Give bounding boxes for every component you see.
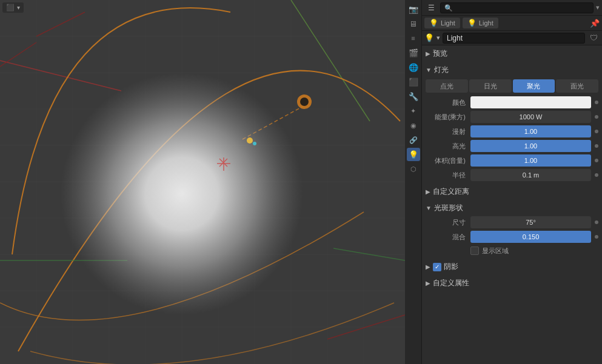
size-row: 尺寸 75° [422, 215, 602, 230]
spot-shape-header[interactable]: ▼ 光斑形状 [422, 201, 602, 215]
panel-arrow[interactable]: ▾ [596, 4, 600, 12]
light-section-header[interactable]: ▼ 灯光 [422, 63, 602, 77]
icon-sidebar: 📷 🖥 ≡ 🎬 🌐 ⬛ 🔧 ✦ ◉ 🔗 💡 ⬡ [405, 0, 422, 364]
light-name-input[interactable] [443, 33, 585, 44]
preview-header[interactable]: ▶ 预览 [422, 47, 602, 61]
light-collapse-icon: ▼ [426, 67, 432, 73]
diffuse-label: 漫射 [426, 127, 468, 136]
light-type-tabs: 点光 日光 聚光 面光 [426, 79, 598, 93]
size-field[interactable]: 75° [470, 216, 591, 228]
tab-row: 💡 Light 💡 Light 📌 [422, 16, 602, 31]
tab2-icon: 💡 [467, 19, 477, 27]
physics-icon[interactable]: ◉ [407, 119, 420, 132]
panel-header: ☰ ▾ [422, 0, 602, 16]
dropdown-arrow: ▾ [436, 34, 440, 42]
properties-content: ☰ ▾ 💡 Light 💡 Light 📌 💡 ▾ 🛡 [422, 0, 602, 364]
output-icon[interactable]: 🖥 [407, 17, 420, 30]
size-label: 尺寸 [426, 218, 468, 227]
constraints-icon[interactable]: 🔗 [407, 133, 420, 147]
color-dot [595, 101, 598, 104]
radius-value: 0.1 m [523, 171, 540, 179]
show-cone-container: 显示区域 [470, 247, 598, 256]
blend-row: 混合 0.150 [422, 230, 602, 244]
shadow-header[interactable]: ▶ ✓ 阴影 [422, 260, 602, 274]
show-cone-row: 显示区域 [422, 244, 602, 257]
diffuse-field[interactable]: 1.00 [470, 125, 591, 137]
color-label: 颜色 [426, 98, 468, 107]
radius-label: 半径 [426, 171, 468, 180]
pin-icon[interactable]: 📌 [590, 19, 600, 28]
custom-props-label: 自定义属性 [433, 278, 469, 288]
shadow-section: ▶ ✓ 阴影 [422, 259, 602, 275]
shadow-checkbox[interactable]: ✓ [433, 263, 441, 271]
modifier-icon[interactable]: 🔧 [407, 90, 420, 103]
tab-spot[interactable]: 聚光 [513, 79, 555, 93]
custom-props-header[interactable]: ▶ 自定义属性 [422, 276, 602, 290]
color-field[interactable] [470, 96, 591, 108]
specular-dot [595, 144, 598, 148]
specular-field[interactable]: 1.00 [470, 140, 591, 152]
light-section: ▼ 灯光 点光 日光 聚光 面光 颜色 [422, 62, 602, 184]
tab2-label: Light [479, 19, 493, 27]
blend-value: 0.150 [523, 233, 540, 240]
viewport-grid [0, 0, 405, 364]
search-box[interactable] [440, 2, 594, 13]
svg-point-30 [61, 73, 303, 315]
scene-icon[interactable]: 🎬 [407, 46, 420, 59]
tab-sun[interactable]: 日光 [469, 79, 512, 93]
specular-row: 高光 1.00 [422, 139, 602, 153]
tab1-label: Light [441, 19, 455, 27]
object-properties-icon[interactable]: ⬛ [407, 75, 420, 88]
volume-value: 1.00 [524, 157, 537, 164]
energy-field[interactable]: 1000 W [470, 111, 591, 123]
svg-point-31 [247, 137, 253, 144]
data-name-row: 💡 ▾ 🛡 [422, 31, 602, 45]
render-icon[interactable]: 📷 [407, 2, 420, 16]
size-dot [595, 220, 598, 224]
spot-shape-arrow: ▼ [426, 205, 432, 211]
radius-dot [595, 173, 598, 177]
3d-viewport[interactable]: ⬛ ▾ [0, 0, 405, 364]
tab-light-1[interactable]: 💡 Light [424, 18, 460, 28]
particles-icon[interactable]: ✦ [407, 104, 420, 117]
volume-label: 体积(音量) [426, 156, 468, 165]
custom-distance-header[interactable]: ▶ 自定义距离 [422, 185, 602, 199]
blend-field[interactable]: 0.150 [470, 231, 591, 243]
preview-collapse-icon: ▶ [426, 50, 430, 57]
custom-props-arrow: ▶ [426, 280, 430, 286]
search-input[interactable] [444, 4, 589, 12]
show-cone-checkbox[interactable] [470, 247, 479, 255]
menu-icon[interactable]: ☰ [424, 1, 438, 15]
material-icon[interactable]: ⬡ [407, 162, 420, 176]
custom-distance-section: ▶ 自定义距离 [422, 184, 602, 200]
blend-dot [595, 235, 598, 239]
preview-label: 预览 [433, 48, 447, 59]
volume-dot [595, 159, 598, 162]
diffuse-row: 漫射 1.00 [422, 124, 602, 139]
energy-value: 1000 W [520, 113, 543, 121]
tab-light-2[interactable]: 💡 Light [463, 18, 498, 28]
tab-sun-label: 日光 [484, 82, 497, 91]
viewport-overlay[interactable]: ⬛ ▾ [2, 2, 24, 13]
data-icon[interactable]: 💡 [407, 148, 420, 161]
spot-shape-section: ▼ 光斑形状 尺寸 75° 混合 0.150 [422, 200, 602, 259]
volume-field[interactable]: 1.00 [470, 154, 591, 167]
color-row: 颜色 [422, 95, 602, 110]
shadow-label: 阴影 [444, 262, 458, 272]
view-layer-icon[interactable]: ≡ [407, 31, 420, 45]
shield-icon[interactable]: 🛡 [587, 32, 600, 44]
custom-props-section: ▶ 自定义属性 [422, 275, 602, 291]
energy-row: 能量(乘方) 1000 W [422, 110, 602, 124]
custom-distance-arrow: ▶ [426, 188, 430, 195]
tab-point[interactable]: 点光 [426, 79, 468, 93]
specular-label: 高光 [426, 142, 468, 151]
tab-area[interactable]: 面光 [556, 79, 598, 93]
light-data-icon: 💡 [424, 33, 434, 42]
tab-point-label: 点光 [440, 82, 453, 91]
light-type-dropdown[interactable]: ▾ [436, 34, 440, 42]
radius-field[interactable]: 0.1 m [470, 169, 591, 181]
world-icon[interactable]: 🌐 [407, 61, 420, 74]
energy-label: 能量(乘方) [426, 113, 468, 122]
shadow-arrow: ▶ [426, 263, 430, 270]
diffuse-value: 1.00 [524, 128, 537, 135]
